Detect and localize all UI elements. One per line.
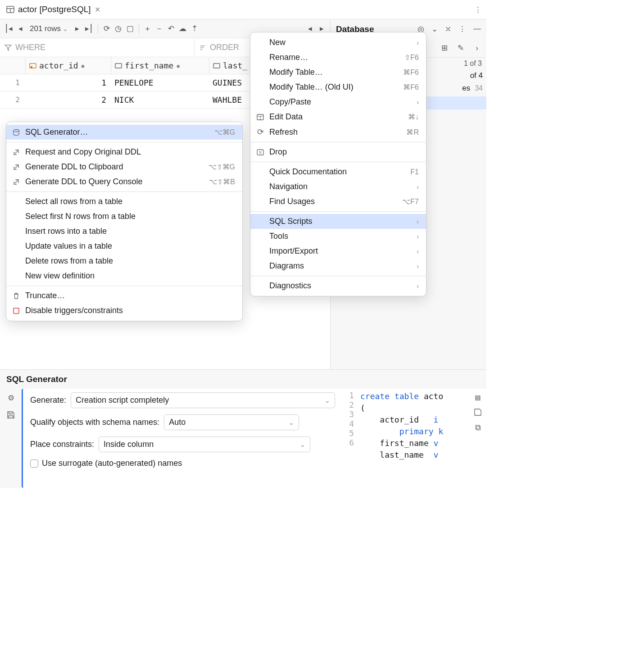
- submenu-item[interactable]: Disable triggers/constraints: [6, 303, 242, 318]
- column-first-name[interactable]: first_name◆: [111, 57, 209, 74]
- submenu-item[interactable]: Generate DDL to Clipboard⌥⇧⌘G: [6, 159, 242, 174]
- edit-icon[interactable]: ✎: [456, 43, 466, 53]
- svg-point-7: [31, 66, 32, 68]
- db-icon: [12, 129, 21, 136]
- context-menu-item[interactable]: New›: [250, 35, 426, 50]
- prev-page-icon[interactable]: ◂: [15, 24, 25, 34]
- context-menu-item[interactable]: Find Usages⌥F7: [250, 194, 426, 209]
- constraints-select[interactable]: Inside column⌄: [99, 437, 310, 452]
- grid-icon[interactable]: ⊞: [440, 43, 449, 53]
- menu-label: Generate DDL to Query Console: [25, 177, 204, 187]
- last-page-icon[interactable]: ▸⎮: [84, 24, 94, 34]
- menu-label: SQL Generator…: [25, 127, 210, 137]
- menu-label: Copy/Paste: [269, 97, 412, 107]
- minimize-icon[interactable]: —: [473, 24, 481, 34]
- remove-icon[interactable]: －: [154, 24, 164, 34]
- clock-icon[interactable]: ◷: [113, 24, 123, 34]
- context-menu-item[interactable]: Diagrams›: [250, 259, 426, 273]
- first-page-icon[interactable]: ⎮◂: [4, 24, 14, 34]
- generate-select[interactable]: Creation script completely⌄: [71, 392, 335, 408]
- upload-icon[interactable]: ⇡: [190, 24, 200, 34]
- menu-label: Rename…: [269, 53, 400, 62]
- tab-title: actor [PostgreSQL]: [18, 5, 91, 14]
- next-page-icon[interactable]: ▸: [73, 24, 82, 34]
- context-menu-item[interactable]: Edit Data⌘↓: [250, 109, 426, 124]
- checkbox-icon: [30, 459, 38, 468]
- menu-label: Quick Documentation: [269, 167, 406, 177]
- save-icon[interactable]: [474, 408, 482, 416]
- filter-icon: [5, 44, 12, 51]
- menu-label: Modify Table…: [269, 68, 399, 77]
- layout-icon[interactable]: ⧉: [475, 423, 481, 432]
- submenu-item[interactable]: Select all rows from a table: [6, 194, 242, 209]
- chevron-down-icon[interactable]: ⌄: [431, 24, 438, 34]
- context-menu-item[interactable]: Navigation›: [250, 179, 426, 194]
- context-menu-item[interactable]: SQL Scripts›: [250, 214, 426, 229]
- submenu-item[interactable]: SQL Generator…⌥⌘G: [6, 125, 242, 140]
- more-icon[interactable]: ⋮: [458, 24, 466, 34]
- generate-label: Generate:: [30, 396, 66, 405]
- order-label: ORDER: [210, 43, 239, 52]
- ext-icon: [12, 149, 21, 155]
- chevron-right-icon: ›: [417, 233, 419, 240]
- submenu-item[interactable]: Request and Copy Original DDL: [6, 145, 242, 159]
- editor-tab[interactable]: actor [PostgreSQL] ✕: [0, 0, 107, 19]
- submenu-item[interactable]: Insert rows into a table: [6, 224, 242, 239]
- context-menu-item[interactable]: Rename…⇧F6: [250, 50, 426, 65]
- submenu-item[interactable]: Delete rows from a table: [6, 254, 242, 268]
- refresh-icon: ⟳: [256, 127, 265, 137]
- menu-label: Diagrams: [269, 261, 412, 271]
- context-menu-item[interactable]: Drop: [250, 145, 426, 159]
- context-menu-item[interactable]: Quick DocumentationF1: [250, 164, 426, 179]
- menu-label: Diagnostics: [269, 281, 412, 291]
- menu-label: Navigation: [269, 182, 412, 191]
- save-icon[interactable]: [7, 411, 15, 419]
- context-menu-item[interactable]: Import/Export›: [250, 244, 426, 259]
- trash-icon: [12, 292, 21, 300]
- chevron-right-icon: ›: [417, 39, 419, 46]
- shortcut: ⌥⇧⌘G: [209, 163, 235, 171]
- doc-icon[interactable]: ▤: [476, 392, 481, 402]
- close-icon[interactable]: ✕: [95, 5, 100, 14]
- more-icon[interactable]: ⋮: [474, 5, 482, 14]
- shortcut: ⌘F6: [403, 83, 419, 91]
- submenu-item[interactable]: Truncate…: [6, 288, 242, 303]
- collapse-icon[interactable]: ⤫: [445, 24, 451, 34]
- rows-count[interactable]: 201 rows ⌄: [27, 24, 71, 33]
- context-menu-item[interactable]: Modify Table… (Old UI)⌘F6: [250, 80, 426, 95]
- svg-rect-8: [115, 64, 122, 68]
- context-menu-item[interactable]: Tools›: [250, 229, 426, 244]
- submenu-item[interactable]: New view definition: [6, 268, 242, 283]
- chevron-right-icon: ›: [417, 183, 419, 191]
- generator-form: Generate: Creation script completely⌄ Qu…: [22, 389, 342, 488]
- chevron-right-icon[interactable]: ›: [472, 43, 482, 53]
- menu-label: New: [269, 38, 412, 47]
- shortcut: ⌥F7: [402, 197, 419, 206]
- submenu-item[interactable]: Generate DDL to Query Console⌥⇧⌘B: [6, 174, 242, 189]
- column-actor-id[interactable]: actor_id◆: [25, 57, 111, 74]
- context-menu-item[interactable]: Diagnostics›: [250, 278, 426, 293]
- context-menu-item[interactable]: Copy/Paste›: [250, 95, 426, 109]
- context-menu-item[interactable]: Modify Table…⌘F6: [250, 65, 426, 80]
- qualify-label: Qualify objects with schema names:: [30, 418, 159, 427]
- chevron-right-icon: ›: [417, 218, 419, 225]
- submenu-item[interactable]: Select first N rows from a table: [6, 209, 242, 224]
- add-icon[interactable]: ＋: [143, 24, 153, 34]
- where-filter[interactable]: WHERE: [0, 38, 195, 57]
- undo-icon[interactable]: ↶: [166, 24, 176, 34]
- surrogate-checkbox[interactable]: Use surrogate (auto-generated) names: [30, 459, 335, 468]
- shortcut: ⌥⌘G: [214, 128, 235, 136]
- stop-icon[interactable]: ▢: [125, 24, 135, 34]
- sort-icon: [199, 44, 206, 51]
- svg-rect-17: [14, 308, 19, 314]
- sql-generator-panel: SQL Generator ⚙ Generate: Creation scrip…: [0, 369, 486, 488]
- commit-icon[interactable]: ☁: [178, 24, 188, 34]
- menu-label: Tools: [269, 232, 412, 241]
- gear-icon[interactable]: ⚙: [8, 393, 14, 403]
- submenu-item[interactable]: Update values in a table: [6, 239, 242, 254]
- qualify-select[interactable]: Auto⌄: [164, 414, 299, 430]
- table-icon: [6, 5, 14, 14]
- menu-label: Select all rows from a table: [25, 197, 235, 206]
- context-menu-item[interactable]: ⟳Refresh⌘R: [250, 124, 426, 140]
- refresh-icon[interactable]: ⟳: [102, 24, 112, 34]
